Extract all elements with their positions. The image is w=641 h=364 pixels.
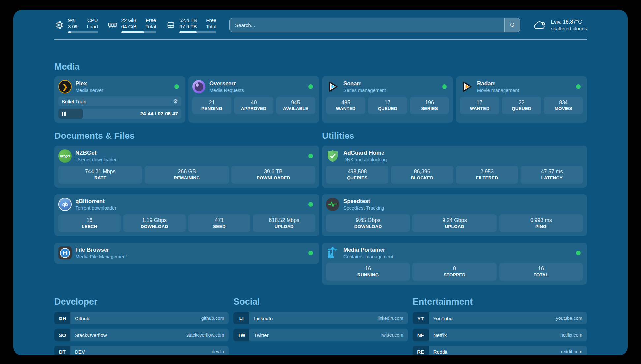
stat-block: 471 SEED	[188, 214, 251, 232]
stat-label: DOWNLOAD	[125, 224, 184, 229]
status-dot	[576, 84, 581, 89]
search-input[interactable]	[229, 18, 520, 32]
service-card-speedtest[interactable]: Speedtest Speedtest Tracking 9.65 Gbps D…	[322, 194, 587, 236]
bookmark-group-developer: Developer GH Github github.com SO StackO…	[54, 296, 229, 355]
memory-total-label: Total	[145, 23, 156, 30]
service-card-nzbget[interactable]: nzbget NZBGet Usenet downloader 744.21 M…	[54, 146, 319, 188]
bookmark-url: reddit.com	[561, 349, 582, 354]
stat-label: UPLOAD	[414, 224, 495, 229]
gear-icon[interactable]	[173, 99, 178, 104]
media-cards-row: Plex Media server Bullet Train 24:44 / 0…	[54, 76, 587, 123]
card-head: AdGuard Home DNS and adblocking	[326, 149, 583, 163]
section-title-documents: Documents & Files	[54, 131, 319, 141]
stat-block: 266 GB REMAINING	[145, 166, 229, 184]
bookmark-netflix[interactable]: NF Netflix netflix.com	[413, 329, 587, 341]
stats-row: 744.21 Mbps RATE 266 GB REMAINING 39.6 T…	[58, 166, 315, 184]
adguard-icon	[326, 149, 339, 163]
service-card-adguard[interactable]: AdGuard Home DNS and adblocking 498,508 …	[322, 146, 587, 188]
bookmark-name: Github	[75, 316, 89, 321]
service-card-sonarr[interactable]: Sonarr Series management 485 WANTED 17 Q…	[322, 76, 453, 123]
stat-label: PING	[501, 224, 582, 229]
service-card-qbittorrent[interactable]: qb qBittorrent Torrent downloader 16 LEE…	[54, 194, 319, 236]
sonarr-icon	[326, 80, 339, 93]
service-subtitle: Media Requests	[209, 87, 244, 94]
card-head: Speedtest Speedtest Tracking	[326, 197, 583, 211]
section-title-media: Media	[54, 61, 587, 72]
bookmark-name: Reddit	[433, 349, 447, 355]
stat-value: 9.65 Gbps	[327, 217, 409, 224]
pause-icon[interactable]	[62, 112, 66, 116]
service-card-plex[interactable]: Plex Media server Bullet Train 24:44 / 0…	[54, 76, 185, 123]
weather-widget[interactable]: Lviv, 16.87°C scattered clouds	[534, 18, 587, 32]
stat-value: 945	[277, 99, 314, 106]
disk-resource-widget: 52.4 TB Free 97.9 TB Total	[166, 17, 216, 33]
stat-block: 21 PENDING	[192, 97, 231, 114]
card-head: Sonarr Series management	[326, 80, 449, 94]
bookmark-url: youtube.com	[556, 316, 582, 321]
memory-icon	[108, 20, 118, 30]
bookmark-linkedin[interactable]: LI LinkedIn linkedin.com	[233, 312, 408, 324]
stat-value: 16	[501, 265, 582, 272]
bookmark-twitter[interactable]: TW Twitter twitter.com	[233, 329, 408, 341]
bookmark-github[interactable]: GH Github github.com	[54, 312, 229, 324]
service-name: Media Portainer	[343, 246, 393, 254]
status-dot	[308, 251, 313, 255]
memory-total-value: 64 GiB	[121, 23, 137, 30]
stat-label: BLOCKED	[392, 175, 452, 181]
service-subtitle: Usenet downloader	[76, 157, 117, 163]
bookmark-stackoverflow[interactable]: SO StackOverflow stackoverflow.com	[54, 329, 229, 341]
status-dot	[308, 84, 313, 89]
section-media: Media Plex Media server Bullet Train	[54, 61, 587, 123]
bookmark-name: Netflix	[433, 332, 447, 338]
bookmark-youtube[interactable]: YT YouTube youtube.com	[413, 312, 587, 324]
disk-free-label: Free	[206, 17, 216, 23]
status-dot	[442, 84, 447, 89]
stat-value: 266 GB	[146, 168, 227, 175]
stat-block: 0 STOPPED	[412, 263, 496, 281]
stat-block: 17 WANTED	[460, 97, 499, 114]
cpu-progress-fill	[68, 31, 71, 33]
section-title-utilities: Utilities	[322, 131, 587, 141]
radarr-icon	[460, 80, 473, 93]
bookmark-abbr: NF	[413, 329, 429, 341]
stat-block: 498,508 QUERIES	[326, 166, 388, 184]
card-head: Media Portainer Container management	[326, 246, 583, 260]
bookmark-reddit[interactable]: RE Reddit reddit.com	[413, 346, 587, 355]
disk-icon	[166, 20, 176, 30]
cpu-load-value: 3.09	[68, 23, 77, 30]
service-name: NZBGet	[76, 149, 117, 157]
stat-value: 471	[190, 217, 249, 224]
plex-icon	[58, 80, 72, 93]
stat-label: PENDING	[194, 106, 230, 112]
service-card-overseerr[interactable]: Overseerr Media Requests 21 PENDING 40 A…	[188, 76, 319, 123]
stat-label: QUERIES	[327, 175, 387, 181]
search-provider-button[interactable]: G	[504, 18, 520, 32]
stat-value: 485	[327, 99, 364, 106]
service-card-radarr[interactable]: Radarr Movie management 17 WANTED 22 QUE…	[456, 76, 587, 123]
bookmark-group-social: Social LI LinkedIn linkedin.com TW Twitt…	[233, 296, 408, 346]
stat-label: SERIES	[411, 106, 448, 112]
service-subtitle: DNS and adblocking	[343, 157, 387, 163]
stats-row: 16 LEECH 1.19 Gbps DOWNLOAD 471 SEED 618…	[58, 214, 315, 232]
bookmark-dev[interactable]: DT DEV dev.to	[54, 346, 229, 355]
playback-progress-bar[interactable]: 24:44 / 02:06:47	[58, 109, 181, 119]
memory-resource-widget: 22 GiB Free 64 GiB Total	[108, 17, 156, 33]
service-card-filebrowser[interactable]: File Browser Media File Management	[54, 243, 319, 264]
stat-value: 618.52 Mbps	[254, 217, 314, 224]
bookmark-url: netflix.com	[560, 332, 582, 338]
bookmark-name: DEV	[75, 349, 85, 355]
service-name: Plex	[76, 80, 103, 87]
cpu-resource-widget: 9% CPU 3.09 Load	[54, 17, 98, 33]
weather-location-temp: Lviv, 16.87°C	[551, 18, 587, 25]
card-head: File Browser Media File Management	[58, 246, 315, 260]
stat-value: 39.6 TB	[233, 168, 314, 175]
bookmark-abbr: RE	[413, 346, 429, 355]
now-playing-row: Bullet Train	[58, 96, 181, 106]
weather-text: Lviv, 16.87°C scattered clouds	[551, 18, 587, 32]
service-card-portainer[interactable]: Media Portainer Container management 16 …	[322, 243, 587, 285]
service-name: Sonarr	[343, 80, 386, 87]
card-head: qb qBittorrent Torrent downloader	[58, 197, 315, 211]
bookmark-name: Twitter	[254, 332, 268, 338]
memory-free-label: Free	[145, 17, 156, 23]
stat-label: RUNNING	[327, 272, 409, 278]
